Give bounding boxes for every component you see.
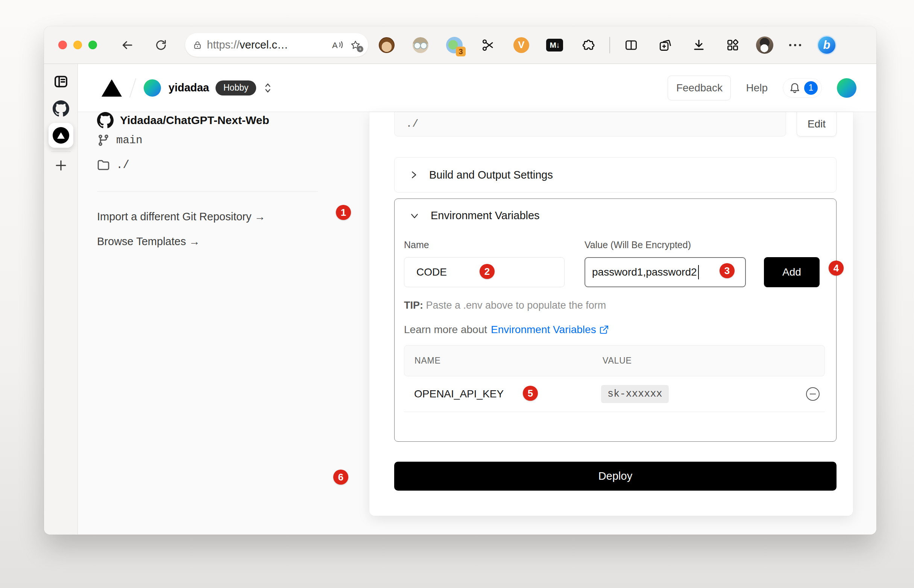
page-content: Yidadaa/ChatGPT-Next-Web main [78,112,877,534]
read-aloud-icon[interactable]: A [332,40,343,50]
zoom-button[interactable] [88,40,97,49]
vercel-header: yidadaa Hobby Feedback Help 1 [78,64,877,112]
vercel-page: yidadaa Hobby Feedback Help 1 [78,64,877,534]
env-row-name: OPENAI_API_KEY [414,388,504,400]
learn-more-prefix: Learn more about [404,324,487,336]
markdown-download-extension-icon[interactable]: M↓ [546,37,563,53]
help-link[interactable]: Help [746,82,768,94]
environment-variables-link[interactable]: Environment Variables [491,324,609,336]
vercel-logo[interactable] [102,79,122,97]
source-panel: Yidadaa/ChatGPT-Next-Web main [97,112,345,307]
address-bar[interactable]: https://vercel.c… A + [185,33,368,57]
name-column-header: NAME [414,355,441,366]
annotation-badge-1: 1 [336,205,351,220]
environment-variables-accordion[interactable]: Environment Variables [409,209,540,222]
account-name: yidadaa [168,82,209,94]
scope-selector-icon[interactable] [263,82,273,94]
feedback-button[interactable]: Feedback [668,76,731,100]
notifications-button[interactable]: 1 [783,78,822,98]
remove-env-button[interactable] [806,387,820,401]
repo-row: Yidadaa/ChatGPT-Next-Web [97,112,269,129]
extensions-row: 3 V M↓ [378,37,741,53]
learn-more-line: Learn more about Environment Variables [404,324,609,336]
minimize-button[interactable] [73,40,82,49]
environment-variables-title: Environment Variables [431,209,540,222]
vimium-extension-icon[interactable]: V [513,37,529,53]
external-link-icon [599,325,609,334]
extension-count-badge: 3 [456,47,466,57]
avatar-extension-icon[interactable] [412,37,429,53]
user-avatar[interactable] [837,78,856,98]
close-button[interactable] [58,40,67,49]
toolbar-divider [609,37,610,53]
url-scheme: https:// [207,39,239,51]
scissors-extension-icon[interactable] [480,37,497,53]
apps-grid-icon[interactable] [724,37,741,53]
annotation-badge-3: 3 [720,263,734,278]
settings-more-icon[interactable] [789,44,801,46]
vercel-icon [53,127,69,144]
sidebar-tabs-icon[interactable] [53,74,68,89]
lock-icon[interactable] [193,40,202,50]
text-cursor [698,265,699,279]
tampermonkey-icon[interactable] [378,37,395,53]
svg-text:A: A [332,40,338,50]
toolbar-right-group: b [756,36,836,55]
folder-icon [97,159,110,171]
browser-profile-avatar[interactable] [756,37,773,54]
root-directory-row: ./ [97,159,129,171]
chevron-right-icon [409,170,418,180]
reload-button[interactable] [153,37,169,53]
env-table-header: NAME VALUE [404,345,825,376]
root-directory-value: ./ [116,159,129,171]
env-value-value: password1,password2 [592,266,697,278]
configure-project-card: ./ Edit Build and Output Settings [369,112,853,516]
notification-count-badge: 1 [804,81,818,95]
build-output-settings-accordion[interactable]: Build and Output Settings [394,157,836,192]
branch-row: main [97,134,142,147]
bell-icon [788,82,801,94]
back-button[interactable] [119,37,136,53]
downloads-icon[interactable] [690,37,707,53]
window-controls [58,40,97,49]
environment-variables-section: Environment Variables Name Value (Will B… [394,199,836,442]
annotation-badge-6: 6 [333,470,348,485]
name-label: Name [404,239,429,250]
bing-chat-icon[interactable]: b [817,36,836,55]
value-label: Value (Will Be Encrypted) [584,239,691,250]
add-env-button[interactable]: Add [764,257,820,287]
edge-sidebar [44,64,78,534]
favorites-star-icon[interactable]: + [350,40,361,50]
collections-icon[interactable] [656,37,673,53]
annotation-badge-2: 2 [480,264,495,279]
sidebar-add-icon[interactable] [54,159,68,172]
chevron-down-icon [409,212,419,220]
desktop-backdrop: https://vercel.c… A + 3 [0,0,914,588]
url-host: vercel.c… [239,39,288,51]
plan-badge: Hobby [215,81,256,95]
value-column-header: VALUE [603,355,632,366]
browser-window: https://vercel.c… A + 3 [44,26,877,535]
translate-extension-icon[interactable]: 3 [446,37,463,53]
git-branch-icon [97,134,110,147]
team-avatar[interactable] [144,79,161,97]
github-icon [97,112,113,129]
url-text: https://vercel.c… [207,39,288,51]
branch-name: main [116,134,142,147]
import-different-repo-link[interactable]: Import a different Git Repository → [97,210,265,223]
edit-root-directory-button[interactable]: Edit [797,112,836,136]
left-divider [97,191,318,192]
deploy-button[interactable]: Deploy [394,462,836,491]
add-favorite-plus: + [357,46,363,52]
root-directory-input: ./ [394,112,786,136]
split-screen-icon[interactable] [623,37,639,53]
sidebar-divider [51,152,71,152]
annotation-badge-4: 4 [828,260,844,276]
header-right-group: Feedback Help 1 [668,76,856,100]
extensions-puzzle-icon[interactable] [580,37,597,53]
env-name-value: CODE [416,266,447,278]
browse-templates-link[interactable]: Browse Templates → [97,235,200,248]
repo-name: Yidadaa/ChatGPT-Next-Web [120,114,269,127]
sidebar-vercel-icon-active[interactable] [49,123,73,148]
sidebar-github-icon[interactable] [53,100,69,117]
